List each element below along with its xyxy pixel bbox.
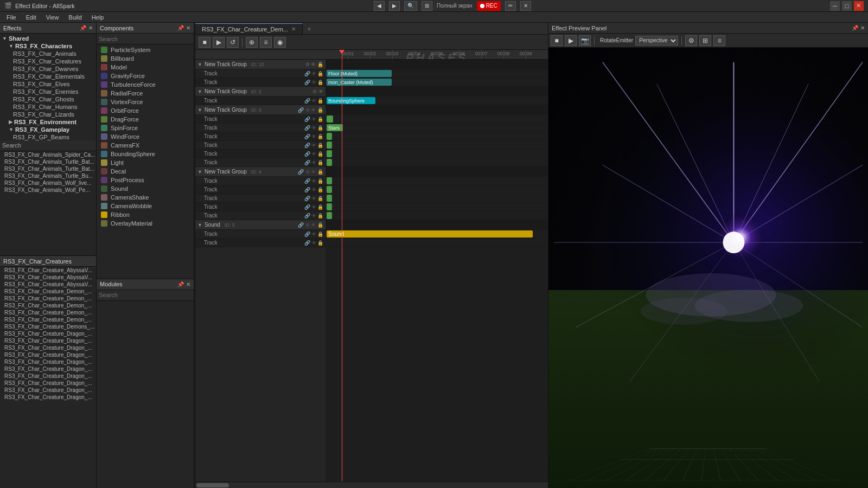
tree-item-ghosts[interactable]: RS3_FX_Char_Ghosts	[0, 95, 96, 103]
tree-item-creatures[interactable]: RS3_FX_Char_Creatures	[0, 57, 96, 65]
track-icon-link[interactable]: 🔗	[304, 71, 310, 76]
components-search-input[interactable]	[99, 36, 192, 42]
comp-item-sound[interactable]: Sound	[97, 184, 194, 193]
comp-item-boundingsphere[interactable]: BoundingSphere	[97, 150, 194, 158]
clip-green-6[interactable]	[327, 159, 332, 166]
tree-item-humans[interactable]: RS3_FX_Char_Humans	[0, 103, 96, 111]
preview-play-btn[interactable]: ▶	[565, 35, 577, 46]
timeline-tab-main[interactable]: RS3_FX_Char_Creature_Dem... ✕	[195, 23, 303, 34]
group-4-arrow[interactable]: ▼	[197, 169, 202, 175]
creature-1[interactable]: RS3_FX_Char_Creature_AbyssaV...	[0, 274, 96, 281]
modules-close-icon[interactable]: ✕	[186, 281, 190, 287]
preview-close-icon[interactable]: ✕	[860, 25, 865, 31]
add-track-icon[interactable]: ⊕	[246, 37, 258, 48]
clip-green-3[interactable]	[327, 133, 332, 140]
group-3-arrow[interactable]: ▼	[197, 107, 202, 113]
clip-green-4-4[interactable]	[327, 203, 332, 210]
toolbar-btn-5[interactable]: ✕	[520, 1, 531, 11]
clip-bounding-sphere[interactable]: BoundingSphere	[327, 97, 375, 104]
modules-search-bar[interactable]	[97, 290, 194, 301]
comp-item-light[interactable]: Light	[97, 158, 194, 167]
clip-stars[interactable]: Stars	[327, 124, 343, 131]
creature-5[interactable]: RS3_FX_Char_Creature_Demon_...	[0, 302, 96, 309]
clip-row-4-4[interactable]	[326, 203, 548, 211]
clip-row-1-1[interactable]: Floor (Muted)	[326, 69, 548, 78]
clip-row-3-2[interactable]: Stars	[326, 124, 548, 132]
creature-9[interactable]: RS3_FX_Char_Creature_Dragon_...	[0, 330, 96, 337]
track-icon-eye[interactable]: 👁	[311, 71, 316, 76]
creature-6[interactable]: RS3_FX_Char_Creature_Demon_...	[0, 309, 96, 316]
comp-item-camerafx[interactable]: CameraFX	[97, 141, 194, 150]
clip-row-4-1[interactable]	[326, 177, 548, 185]
menu-build[interactable]: Build	[64, 13, 86, 22]
tree-item-elves[interactable]: RS3_FX_Char_Elves	[0, 80, 96, 88]
search-result-2[interactable]: RS3_FX_Char_Animals_Turtle_Bat...	[0, 165, 96, 172]
comp-item-overlaymaterial[interactable]: OverlayMaterial	[97, 219, 194, 228]
clip-row-2-1[interactable]: BoundingSphere	[326, 97, 548, 105]
group-1-arrow[interactable]: ▼	[197, 62, 202, 67]
menu-view[interactable]: View	[42, 13, 63, 22]
comp-item-model[interactable]: Model	[97, 63, 194, 72]
comp-item-billboard[interactable]: Billboard	[97, 54, 194, 63]
clip-green-4-3[interactable]	[327, 195, 332, 202]
clip-row-3-1[interactable]	[326, 115, 548, 124]
creature-15[interactable]: RS3_FX_Char_Creature_Dragon_...	[0, 373, 96, 380]
track-icon-eye-3[interactable]: 👁	[311, 98, 316, 104]
stop-button[interactable]: ■	[199, 37, 210, 48]
creature-16[interactable]: RS3_FX_Char_Creature_Dragon_...	[0, 380, 96, 387]
preview-filter-btn[interactable]: ≡	[713, 35, 725, 46]
clip-row-3-6[interactable]	[326, 158, 548, 167]
toolbar-btn-4[interactable]: ✏	[505, 1, 516, 11]
components-search-bar[interactable]	[97, 34, 194, 44]
search-result-0[interactable]: RS3_FX_Char_Animals_Spider_Ca...	[0, 151, 96, 158]
clip-green-1[interactable]	[327, 115, 333, 123]
maximize-button[interactable]: □	[842, 1, 852, 11]
track-icon-lock-2[interactable]: 🔒	[317, 80, 323, 85]
clip-row-3-4[interactable]	[326, 141, 548, 150]
effects-pin-icon[interactable]: 📌	[80, 25, 86, 31]
track-icon-eye-2[interactable]: 👁	[311, 80, 316, 85]
tree-item-elements[interactable]: RS3_FX_Char_Elementals	[0, 73, 96, 80]
timeline-tab-close[interactable]: ✕	[291, 26, 296, 32]
search-result-1[interactable]: RS3_FX_Char_Animals_Turtle_Bat...	[0, 158, 96, 165]
comp-item-windforce[interactable]: WindForce	[97, 132, 194, 141]
toolbar-btn-1[interactable]: ◀	[374, 1, 385, 11]
track-mute-icon[interactable]: ◉	[274, 37, 286, 48]
clip-row-4-2[interactable]	[326, 185, 548, 194]
shared-group[interactable]: ▼ Shared	[0, 35, 96, 42]
timeline-scrollbar[interactable]	[195, 481, 548, 488]
preview-pin-icon[interactable]: 📌	[852, 25, 858, 31]
components-pin-icon[interactable]: 📌	[177, 25, 184, 31]
loop-button[interactable]: ↺	[227, 37, 239, 48]
preview-grid-btn[interactable]: ⊞	[699, 35, 711, 46]
clip-green-4-1[interactable]	[327, 177, 332, 184]
track-icon-lock-3[interactable]: 🔒	[317, 98, 323, 104]
creature-0[interactable]: RS3_FX_Char_Creature_AbyssaV...	[0, 267, 96, 274]
comp-item-particlesystem[interactable]: ParticleSystem	[97, 46, 194, 54]
tree-item-dwarves[interactable]: RS3_FX_Char_Dwarves	[0, 65, 96, 73]
timeline-add-tab[interactable]: +	[303, 23, 316, 34]
search-result-3[interactable]: RS3_FX_Char_Animals_Turtle_Bu...	[0, 172, 96, 179]
clip-row-4-3[interactable]	[326, 194, 548, 203]
menu-help[interactable]: Help	[87, 13, 108, 22]
comp-item-radialforce[interactable]: RadialForce	[97, 89, 194, 98]
modules-pin-icon[interactable]: 📌	[177, 281, 184, 287]
search-result-5[interactable]: RS3_FX_Char_Animals_Wolf_Pe...	[0, 187, 96, 194]
toolbar-btn-3[interactable]: ⊞	[422, 1, 432, 11]
comp-item-decal[interactable]: Decal	[97, 167, 194, 176]
comp-item-camerawobble[interactable]: CameraWobble	[97, 202, 194, 210]
clip-row-5-2[interactable]	[326, 239, 548, 247]
play-button[interactable]: ▶	[213, 37, 225, 48]
track-icon-link-2[interactable]: 🔗	[304, 80, 310, 85]
menu-edit[interactable]: Edit	[22, 13, 41, 22]
minimize-button[interactable]: ─	[830, 1, 840, 11]
creature-13[interactable]: RS3_FX_Char_Creature_Dragon_...	[0, 358, 96, 365]
comp-item-spinforce[interactable]: SpinForce	[97, 124, 194, 132]
track-icon-lock[interactable]: 🔒	[317, 71, 323, 76]
creature-14[interactable]: RS3_FX_Char_Creature_Dragon_...	[0, 365, 96, 373]
search-result-4[interactable]: RS3_FX_Char_Animals_Wolf_live...	[0, 179, 96, 187]
clip-green-4-2[interactable]	[327, 186, 332, 193]
clip-row-1-2[interactable]: mon_Caster (Muted)	[326, 78, 548, 87]
effects-close-icon[interactable]: ✕	[88, 25, 93, 31]
toolbar-btn-2[interactable]: ▶	[389, 1, 400, 11]
